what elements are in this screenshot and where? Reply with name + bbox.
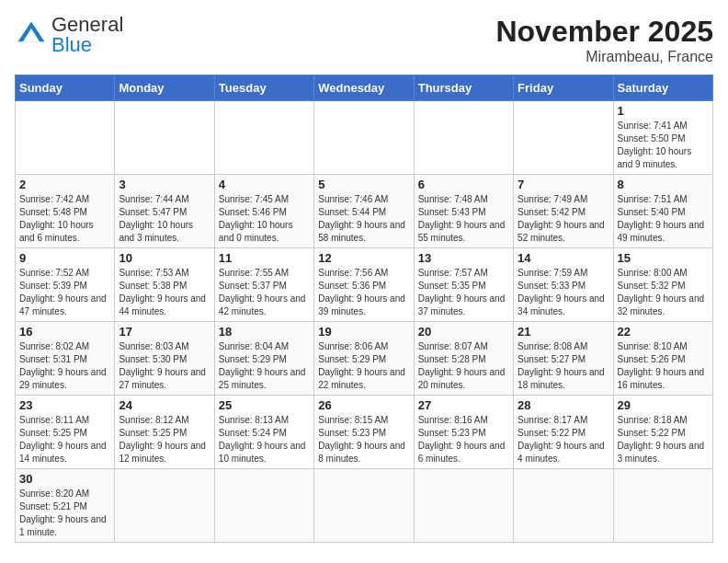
calendar-cell: 18Sunrise: 8:04 AM Sunset: 5:29 PM Dayli… [214,322,313,396]
day-number: 23 [19,398,110,412]
day-info: Sunrise: 8:02 AM Sunset: 5:31 PM Dayligh… [19,340,110,392]
weekday-header-friday: Friday [514,75,613,101]
day-info: Sunrise: 8:08 AM Sunset: 5:27 PM Dayligh… [518,340,609,392]
location-subtitle: Mirambeau, France [495,49,713,65]
calendar-cell [214,101,313,175]
weekday-header-saturday: Saturday [613,75,712,101]
day-number: 24 [119,398,210,412]
day-info: Sunrise: 7:52 AM Sunset: 5:39 PM Dayligh… [19,267,110,318]
title-area: November 2025 Mirambeau, France [495,15,713,65]
day-number: 10 [119,251,210,265]
day-number: 8 [618,178,709,191]
day-info: Sunrise: 7:44 AM Sunset: 5:47 PM Dayligh… [119,193,210,245]
day-info: Sunrise: 7:51 AM Sunset: 5:40 PM Dayligh… [618,193,709,245]
calendar-cell: 6Sunrise: 7:48 AM Sunset: 5:43 PM Daylig… [414,175,513,248]
day-info: Sunrise: 7:41 AM Sunset: 5:50 PM Dayligh… [618,120,709,171]
day-info: Sunrise: 8:10 AM Sunset: 5:26 PM Dayligh… [618,340,709,392]
calendar-table: SundayMondayTuesdayWednesdayThursdayFrid… [15,75,713,543]
calendar-cell [214,469,313,543]
calendar-cell [414,469,513,543]
day-number: 29 [618,398,709,412]
day-info: Sunrise: 7:53 AM Sunset: 5:38 PM Dayligh… [119,267,210,318]
page-header: General Blue November 2025 Mirambeau, Fr… [15,15,713,65]
day-info: Sunrise: 8:00 AM Sunset: 5:32 PM Dayligh… [618,267,709,318]
calendar-cell: 25Sunrise: 8:13 AM Sunset: 5:24 PM Dayli… [214,396,313,469]
day-info: Sunrise: 7:46 AM Sunset: 5:44 PM Dayligh… [318,193,409,245]
day-info: Sunrise: 8:13 AM Sunset: 5:24 PM Dayligh… [219,414,310,465]
day-number: 2 [19,178,110,191]
day-number: 7 [518,178,609,191]
day-number: 6 [418,178,509,191]
day-info: Sunrise: 8:20 AM Sunset: 5:21 PM Dayligh… [19,488,110,539]
calendar-cell: 22Sunrise: 8:10 AM Sunset: 5:26 PM Dayli… [613,322,712,396]
calendar-cell: 28Sunrise: 8:17 AM Sunset: 5:22 PM Dayli… [514,396,613,469]
day-info: Sunrise: 8:04 AM Sunset: 5:29 PM Dayligh… [219,340,310,392]
logo: General Blue [15,15,123,55]
day-number: 19 [318,325,409,339]
day-info: Sunrise: 8:11 AM Sunset: 5:25 PM Dayligh… [19,414,110,465]
day-info: Sunrise: 8:12 AM Sunset: 5:25 PM Dayligh… [119,414,210,465]
month-year-title: November 2025 [495,15,713,49]
calendar-cell: 14Sunrise: 7:59 AM Sunset: 5:33 PM Dayli… [514,248,613,322]
calendar-cell [115,469,214,543]
calendar-cell [115,101,214,175]
day-info: Sunrise: 7:42 AM Sunset: 5:48 PM Dayligh… [19,193,110,245]
day-number: 5 [318,178,409,191]
calendar-cell: 10Sunrise: 7:53 AM Sunset: 5:38 PM Dayli… [115,248,214,322]
calendar-cell: 20Sunrise: 8:07 AM Sunset: 5:28 PM Dayli… [414,322,513,396]
calendar-week-row: 2Sunrise: 7:42 AM Sunset: 5:48 PM Daylig… [16,175,713,248]
day-number: 22 [618,325,709,339]
calendar-cell: 13Sunrise: 7:57 AM Sunset: 5:35 PM Dayli… [414,248,513,322]
calendar-week-row: 16Sunrise: 8:02 AM Sunset: 5:31 PM Dayli… [16,322,713,396]
calendar-cell: 29Sunrise: 8:18 AM Sunset: 5:22 PM Dayli… [613,396,712,469]
calendar-cell [514,469,613,543]
calendar-cell [314,101,414,175]
calendar-cell [414,101,513,175]
calendar-cell: 15Sunrise: 8:00 AM Sunset: 5:32 PM Dayli… [613,248,712,322]
calendar-cell: 11Sunrise: 7:55 AM Sunset: 5:37 PM Dayli… [214,248,313,322]
calendar-cell: 1Sunrise: 7:41 AM Sunset: 5:50 PM Daylig… [613,101,712,175]
calendar-cell: 27Sunrise: 8:16 AM Sunset: 5:23 PM Dayli… [414,396,513,469]
day-number: 27 [418,398,509,412]
day-info: Sunrise: 7:55 AM Sunset: 5:37 PM Dayligh… [219,267,310,318]
calendar-cell: 3Sunrise: 7:44 AM Sunset: 5:47 PM Daylig… [115,175,214,248]
day-info: Sunrise: 7:45 AM Sunset: 5:46 PM Dayligh… [219,193,310,245]
weekday-header-tuesday: Tuesday [214,75,313,101]
day-number: 18 [219,325,310,339]
day-info: Sunrise: 8:18 AM Sunset: 5:22 PM Dayligh… [618,414,709,465]
logo-text: General Blue [51,15,123,55]
day-info: Sunrise: 7:49 AM Sunset: 5:42 PM Dayligh… [518,193,609,245]
calendar-cell: 24Sunrise: 8:12 AM Sunset: 5:25 PM Dayli… [115,396,214,469]
weekday-header-wednesday: Wednesday [314,75,414,101]
calendar-cell: 19Sunrise: 8:06 AM Sunset: 5:29 PM Dayli… [314,322,414,396]
calendar-cell [314,469,414,543]
day-number: 14 [518,251,609,265]
day-number: 30 [19,472,110,486]
calendar-cell: 4Sunrise: 7:45 AM Sunset: 5:46 PM Daylig… [214,175,313,248]
day-number: 1 [618,104,709,118]
calendar-cell: 17Sunrise: 8:03 AM Sunset: 5:30 PM Dayli… [115,322,214,396]
day-info: Sunrise: 7:57 AM Sunset: 5:35 PM Dayligh… [418,267,509,318]
day-info: Sunrise: 8:17 AM Sunset: 5:22 PM Dayligh… [518,414,609,465]
calendar-cell [514,101,613,175]
calendar-cell: 23Sunrise: 8:11 AM Sunset: 5:25 PM Dayli… [16,396,115,469]
calendar-cell: 26Sunrise: 8:15 AM Sunset: 5:23 PM Dayli… [314,396,414,469]
calendar-week-row: 9Sunrise: 7:52 AM Sunset: 5:39 PM Daylig… [16,248,713,322]
calendar-cell: 7Sunrise: 7:49 AM Sunset: 5:42 PM Daylig… [514,175,613,248]
day-info: Sunrise: 8:15 AM Sunset: 5:23 PM Dayligh… [318,414,409,465]
day-number: 17 [119,325,210,339]
day-info: Sunrise: 8:03 AM Sunset: 5:30 PM Dayligh… [119,340,210,392]
calendar-cell: 16Sunrise: 8:02 AM Sunset: 5:31 PM Dayli… [16,322,115,396]
day-number: 4 [219,178,310,191]
weekday-header-monday: Monday [115,75,214,101]
logo-icon [15,18,48,52]
day-number: 21 [518,325,609,339]
calendar-cell: 12Sunrise: 7:56 AM Sunset: 5:36 PM Dayli… [314,248,414,322]
day-number: 13 [418,251,509,265]
calendar-cell [16,101,115,175]
calendar-cell: 30Sunrise: 8:20 AM Sunset: 5:21 PM Dayli… [16,469,115,543]
day-number: 12 [318,251,409,265]
day-number: 3 [119,178,210,191]
calendar-week-row: 1Sunrise: 7:41 AM Sunset: 5:50 PM Daylig… [16,101,713,175]
calendar-cell: 8Sunrise: 7:51 AM Sunset: 5:40 PM Daylig… [613,175,712,248]
